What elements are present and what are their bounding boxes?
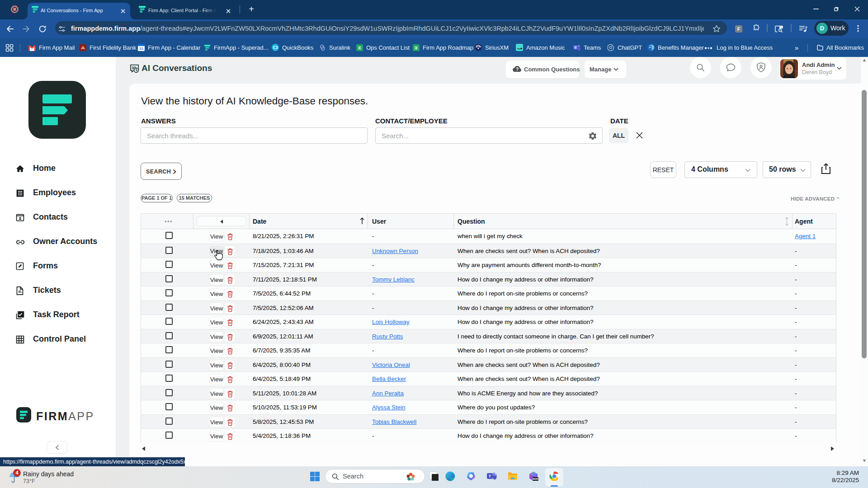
svg-text:21: 21 [139, 47, 143, 51]
svg-text:T: T [575, 46, 576, 49]
svg-text:T: T [489, 474, 491, 479]
svg-text:?: ? [516, 67, 519, 72]
svg-text:M365: M365 [533, 478, 538, 480]
